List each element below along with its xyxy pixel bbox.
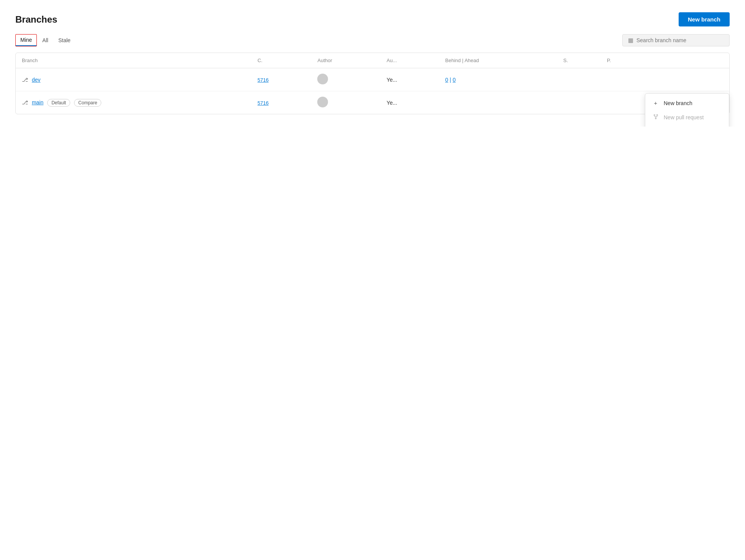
col-behind-ahead: Behind | Ahead (439, 53, 557, 68)
ahead-count-dev[interactable]: 0 (453, 77, 456, 83)
commit-link-dev[interactable]: 5716 (257, 77, 269, 83)
branch-cell: ⎇ dev (16, 68, 251, 91)
dropdown-item-new-pull-request: New pull request (645, 110, 729, 125)
col-branch: Branch (16, 53, 251, 68)
p-cell-main (601, 91, 643, 114)
tab-group: Mine All Stale (15, 34, 75, 46)
dropdown-label-new-branch: New branch (664, 100, 692, 106)
page-header: Branches New branch (15, 12, 730, 26)
s-cell-main (557, 91, 601, 114)
author-avatar-cell (311, 68, 380, 91)
branches-table-container: Branch C. Author Au... Behind | Ahead S.… (15, 53, 730, 114)
branch-name-main[interactable]: main (32, 99, 43, 105)
branch-icon-main: ⎇ (22, 99, 28, 105)
p-cell-dev (601, 68, 643, 91)
behind-ahead-dev: 0 | 0 (445, 77, 551, 83)
commit-cell-main: 5716 (251, 91, 311, 114)
search-box[interactable]: ▦ (622, 34, 730, 46)
col-p: P. (601, 53, 643, 68)
pull-request-icon (652, 114, 659, 121)
authored-cell-main: Ye... (381, 91, 439, 114)
branch-name-dev[interactable]: dev (32, 77, 41, 83)
search-input[interactable] (636, 37, 724, 43)
behind-count-dev[interactable]: 0 (445, 77, 448, 83)
col-author: Author (311, 53, 380, 68)
tab-stale[interactable]: Stale (54, 35, 75, 46)
tab-mine[interactable]: Mine (15, 34, 37, 46)
actions-cell-dev (643, 68, 729, 91)
plus-icon: + (652, 100, 659, 106)
dropdown-item-new-branch[interactable]: + New branch (645, 96, 729, 110)
table-header-row: Branch C. Author Au... Behind | Ahead S.… (16, 53, 729, 68)
branches-page: Branches New branch Mine All Stale ▦ (0, 0, 745, 127)
authored-cell: Ye... (381, 68, 439, 91)
avatar-main (317, 97, 328, 107)
table-row: ⎇ main Default Compare 5716 Ye... (16, 91, 729, 114)
col-actions (643, 53, 729, 68)
branches-table: Branch C. Author Au... Behind | Ahead S.… (16, 53, 729, 114)
filter-icon: ▦ (628, 37, 633, 44)
branch-icon: ⎇ (22, 77, 28, 83)
commit-cell: 5716 (251, 68, 311, 91)
tab-all[interactable]: All (38, 35, 53, 46)
new-branch-button[interactable]: New branch (679, 12, 730, 26)
col-commits: C. (251, 53, 311, 68)
badge-default: Default (47, 99, 70, 107)
dropdown-label-new-pull-request: New pull request (664, 114, 704, 120)
col-s: S. (557, 53, 601, 68)
context-dropdown-menu: + New branch New pull request (645, 93, 729, 127)
page-title: Branches (15, 14, 57, 25)
behind-ahead-cell-main (439, 91, 557, 114)
toolbar: Mine All Stale ▦ (15, 34, 730, 46)
author-avatar-cell-main (311, 91, 380, 114)
behind-ahead-cell: 0 | 0 (439, 68, 557, 91)
badge-compare: Compare (74, 99, 101, 107)
s-cell-dev (557, 68, 601, 91)
avatar-dev (317, 74, 328, 84)
col-authored: Au... (381, 53, 439, 68)
dropdown-item-delete-branch[interactable]: Delete branch (645, 125, 729, 127)
commit-link-main[interactable]: 5716 (257, 100, 269, 106)
behind-ahead-divider: | (449, 77, 452, 83)
branch-cell-main: ⎇ main Default Compare (16, 91, 251, 114)
table-row: ⎇ dev 5716 Ye... 0 | 0 (16, 68, 729, 91)
